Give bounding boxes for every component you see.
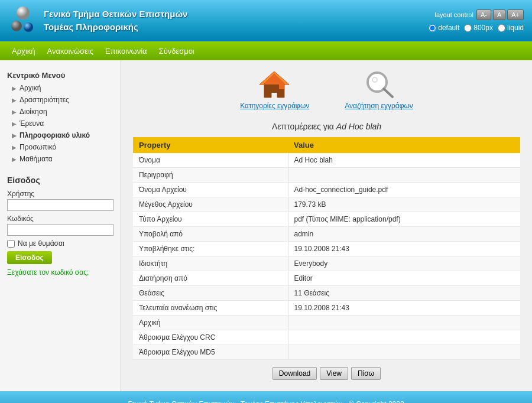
password-label: Κωδικός	[7, 214, 113, 223]
remember-me-checkbox[interactable]	[7, 240, 15, 248]
login-button[interactable]: Είσοδος	[7, 251, 52, 264]
arrow-icon: ▶	[12, 132, 17, 139]
table-row: Θεάσεις11 Θεάσεις	[133, 286, 520, 301]
icon-row: Κατηγορίες εγγράφων Αναζήτηση εγγράφων	[133, 69, 520, 110]
layout-default-label: default	[438, 24, 459, 32]
remember-me-row: Να με θυμάσαι	[7, 239, 113, 248]
table-cell-value: admin	[288, 227, 520, 242]
layout-liquid-radio[interactable]	[498, 24, 505, 32]
table-cell-property: Άθροισμα Ελέγχου MD5	[133, 345, 288, 360]
layout-default-option[interactable]: default	[429, 24, 459, 32]
table-cell-property: Τύπο Αρχείου	[133, 212, 288, 227]
nav-item-home[interactable]: Αρχική	[6, 43, 41, 59]
table-row: Όνομα ΑρχείουAd-hoc_connection_guide.pdf	[133, 183, 520, 197]
username-label: Χρήστης	[7, 190, 113, 198]
table-cell-property: Ιδιοκτήτη	[133, 256, 288, 271]
layout-buttons: A- A A+	[476, 9, 524, 20]
username-input[interactable]	[7, 199, 113, 211]
sidebar-item-personal[interactable]: ▶ Προσωπικό	[0, 141, 121, 153]
sidebar-item-research-label: Έρευνα	[20, 119, 44, 128]
table-cell-value	[288, 330, 520, 345]
arrow-icon: ▶	[12, 144, 17, 151]
table-cell-property: Όνομα	[133, 153, 288, 168]
content: Κατηγορίες εγγράφων Αναζήτηση εγγράφων Λ…	[121, 60, 532, 391]
table-cell-value: pdf (Τύπος MIME: application/pdf)	[288, 212, 520, 227]
font-decrease-button[interactable]: A-	[476, 9, 491, 20]
table-cell-value	[288, 316, 520, 330]
nav-item-links[interactable]: Σύνδεσμοι	[153, 43, 200, 59]
nav-item-contact[interactable]: Επικοινωνία	[99, 43, 153, 59]
table-cell-value	[288, 345, 520, 360]
table-cell-value: 179.73 kB	[288, 197, 520, 212]
table-cell-property: Αρχική	[133, 316, 288, 330]
sidebar-item-courses[interactable]: ▶ Μαθήματα	[0, 153, 121, 165]
sidebar-item-home-label: Αρχική	[20, 84, 41, 92]
password-input[interactable]	[7, 224, 113, 236]
table-cell-value: Editor	[288, 271, 520, 286]
table-cell-property: Περιγραφή	[133, 168, 288, 183]
header-left: Γενικό Τμήμα Θετικών Επιστημών Τομέας Πλ…	[8, 6, 187, 35]
svg-point-2	[24, 22, 33, 32]
font-normal-button[interactable]: A	[493, 9, 505, 20]
table-row: Άθροισμα Ελέγχου CRC	[133, 330, 520, 345]
footer-line1: Γενικό Τμήμα Θετικών Επιστημών - Τομέας …	[7, 398, 525, 403]
header: Γενικό Τμήμα Θετικών Επιστημών Τομέας Πλ…	[0, 0, 532, 41]
table-cell-property: Μέγεθος Αρχείου	[133, 197, 288, 212]
download-button[interactable]: Download	[273, 367, 317, 380]
table-row: ΙδιοκτήτηEverybody	[133, 256, 520, 271]
svg-rect-6	[264, 84, 271, 98]
table-row: Τελευταία ανανέωση στις19.10.2008 21:43	[133, 301, 520, 316]
table-cell-property: Υποβολή από	[133, 227, 288, 242]
column-property: Property	[133, 137, 288, 153]
sidebar-item-activities[interactable]: ▶ Δραστηριότητες	[0, 94, 121, 106]
arrow-icon: ▶	[12, 97, 17, 103]
nav: Αρχική Ανακοινώσεις Επικοινωνία Σύνδεσμο…	[0, 41, 532, 60]
categories-link[interactable]: Κατηγορίες εγγράφων	[240, 69, 309, 110]
arrow-icon: ▶	[12, 121, 17, 127]
table-row: Αρχική	[133, 316, 520, 330]
sidebar-item-administration-label: Διοίκηση	[20, 108, 47, 116]
header-right: layout control A- A A+ default 800px liq…	[429, 9, 524, 32]
table-row: ΌνομαAd Hoc blah	[133, 153, 520, 168]
sidebar-item-home[interactable]: ▶ Αρχική	[0, 82, 121, 94]
table-cell-value: 19.10.2008 21:43	[288, 242, 520, 256]
font-increase-button[interactable]: A+	[507, 9, 524, 20]
layout-liquid-option[interactable]: liquid	[498, 24, 524, 32]
categories-label: Κατηγορίες εγγράφων	[240, 102, 309, 110]
details-title-prefix: Λεπτομέρειες για	[272, 122, 334, 131]
header-title: Γενικό Τμήμα Θετικών Επιστημών Τομέας Πλ…	[44, 8, 187, 34]
details-title-italic: Ad Hoc blah	[336, 122, 381, 131]
table-row: Άθροισμα Ελέγχου MD5	[133, 345, 520, 360]
sidebar-item-research[interactable]: ▶ Έρευνα	[0, 118, 121, 129]
table-cell-property: Τελευταία ανανέωση στις	[133, 301, 288, 316]
remember-me-label: Να με θυμάσαι	[18, 239, 64, 248]
layout-800px-label: 800px	[473, 24, 493, 32]
layout-default-radio[interactable]	[429, 24, 436, 32]
search-link[interactable]: Αναζήτηση εγγράφων	[345, 69, 413, 110]
sidebar-divider	[0, 165, 121, 171]
search-icon	[363, 69, 395, 99]
svg-point-1	[11, 21, 22, 31]
table-cell-value: Ad-hoc_connection_guide.pdf	[288, 183, 520, 197]
nav-item-announcements[interactable]: Ανακοινώσεις	[41, 43, 100, 59]
view-button[interactable]: View	[320, 367, 348, 380]
arrow-icon: ▶	[12, 109, 17, 115]
sidebar-item-administration[interactable]: ▶ Διοίκηση	[0, 106, 121, 118]
table-body: ΌνομαAd Hoc blahΠεριγραφήΌνομα ΑρχείουAd…	[133, 153, 520, 360]
table-cell-value: 19.10.2008 21:43	[288, 301, 520, 316]
layout-800px-radio[interactable]	[464, 24, 472, 32]
forgot-password-link[interactable]: Ξεχάσατε τον κωδικό σας;	[7, 268, 89, 277]
table-cell-property: Υποβλήθηκε στις:	[133, 242, 288, 256]
table-row: Περιγραφή	[133, 168, 520, 183]
svg-rect-5	[277, 89, 284, 98]
sidebar-item-courses-label: Μαθήματα	[20, 155, 53, 163]
sidebar-item-info-material[interactable]: ▶ Πληροφοριακό υλικό	[0, 129, 121, 141]
layout-liquid-label: liquid	[507, 24, 524, 32]
sidebar-item-personal-label: Προσωπικό	[20, 143, 56, 151]
svg-point-0	[17, 6, 30, 20]
sidebar-item-activities-label: Δραστηριότητες	[20, 96, 69, 104]
back-button[interactable]: Πίσω	[351, 367, 381, 380]
layout-800px-option[interactable]: 800px	[464, 24, 493, 32]
table-row: Μέγεθος Αρχείου179.73 kB	[133, 197, 520, 212]
login-section: Είσοδος Χρήστης Κωδικός Να με θυμάσαι Εί…	[0, 171, 121, 281]
